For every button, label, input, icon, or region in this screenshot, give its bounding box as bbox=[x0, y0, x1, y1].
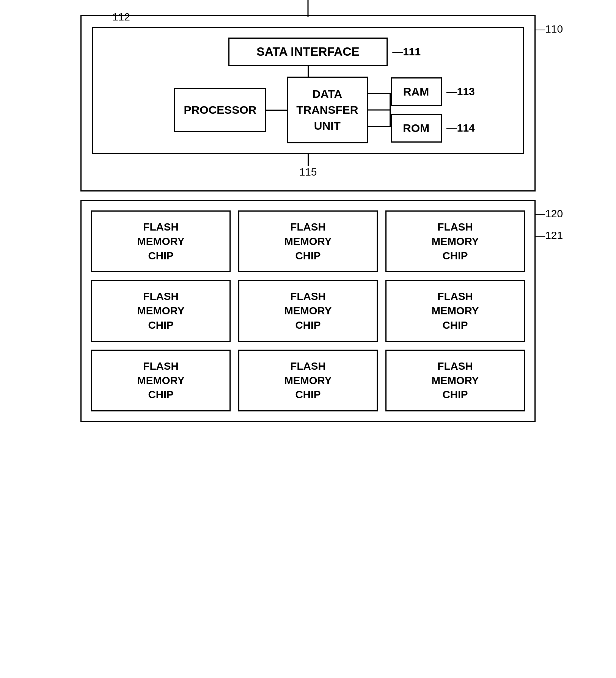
box-110: —110 112 SATA INTERFACE —111 bbox=[80, 15, 536, 191]
dtu-ram-h bbox=[368, 93, 391, 94]
flash-chip-9: FLASHMEMORYCHIP bbox=[385, 350, 525, 411]
sata-dtu-connector bbox=[103, 66, 513, 77]
label-121: —121 bbox=[534, 229, 563, 242]
dtu-ramrom-connector bbox=[368, 83, 391, 137]
flash-memory-grid: FLASHMEMORYCHIP FLASHMEMORYCHIP FLASHMEM… bbox=[91, 210, 525, 411]
label-120: —120 bbox=[534, 208, 563, 220]
flash-chip-2: FLASHMEMORYCHIP bbox=[238, 210, 378, 272]
label-115-row: 115 bbox=[92, 166, 524, 178]
sata-interface-box: SATA INTERFACE —111 bbox=[228, 38, 388, 66]
label-111: —111 bbox=[392, 46, 421, 58]
sata-dtu-line bbox=[308, 66, 309, 77]
rom-box: ROM —114 bbox=[391, 114, 442, 143]
dtu-main-h-line bbox=[368, 110, 391, 111]
dtu-to-flash-connector bbox=[92, 154, 524, 166]
ram-rom-stack: RAM —113 ROM —114 bbox=[391, 77, 442, 143]
box-120: —120 —121 FLASHMEMORYCHIP FLASHMEMORYCHI… bbox=[80, 200, 536, 422]
proc-dtu-connector bbox=[266, 110, 287, 111]
dtu-box: DATA TRANSFER UNIT bbox=[287, 77, 368, 143]
flash-chip-3: FLASHMEMORYCHIP bbox=[385, 210, 525, 272]
flash-chip-5: FLASHMEMORYCHIP bbox=[238, 280, 378, 342]
flash-chip-6: FLASHMEMORYCHIP bbox=[385, 280, 525, 342]
sata-row: SATA INTERFACE —111 bbox=[103, 38, 513, 66]
label-114: —114 bbox=[446, 122, 475, 134]
dtu-rom-h bbox=[368, 126, 391, 127]
flash-chip-8: FLASHMEMORYCHIP bbox=[238, 350, 378, 411]
label-112: 112 bbox=[112, 11, 130, 23]
inner-controller-box: 112 SATA INTERFACE —111 bbox=[92, 27, 524, 154]
dtu-bottom-line bbox=[308, 154, 309, 166]
diagram-wrapper: 100 —110 112 SATA INTERFACE —111 bbox=[80, 15, 536, 422]
components-row: PROCESSOR DATA TRANSFER UNIT bbox=[103, 77, 513, 143]
label-113: —113 bbox=[446, 86, 475, 98]
flash-chip-7: FLASHMEMORYCHIP bbox=[91, 350, 231, 411]
top-connector-line bbox=[308, 0, 309, 17]
processor-box: PROCESSOR bbox=[174, 88, 266, 132]
ram-box: RAM —113 bbox=[391, 77, 442, 106]
flash-chip-1: FLASHMEMORYCHIP bbox=[91, 210, 231, 272]
label-110: —110 bbox=[534, 23, 563, 35]
flash-chip-4: FLASHMEMORYCHIP bbox=[91, 280, 231, 342]
